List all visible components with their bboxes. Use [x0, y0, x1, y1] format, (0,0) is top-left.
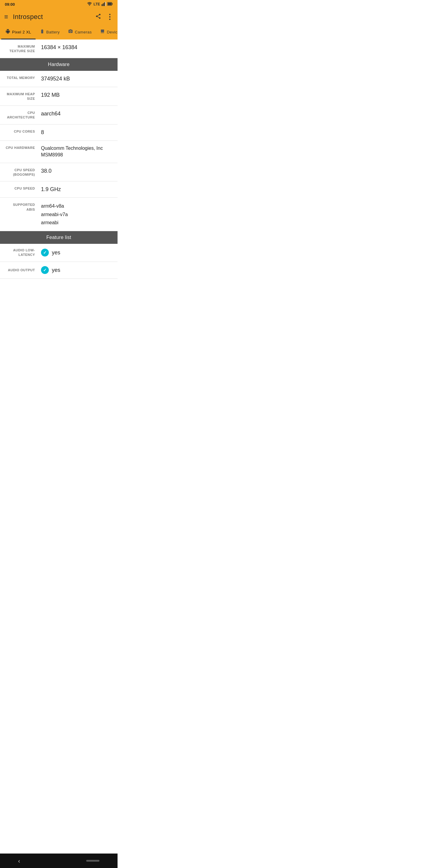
value-cpu-hardware: Qualcomm Technologies, Inc MSM8998 [41, 145, 113, 158]
value-cpu-bogomips: 38.0 [41, 167, 113, 175]
value-cpu-arch: aarch64 [41, 110, 113, 118]
value-cpu-speed: 1.9 GHz [41, 186, 113, 193]
row-max-heap: MAXIMUM HEAP SIZE 192 MB [0, 87, 118, 106]
svg-rect-1 [101, 4, 102, 6]
row-audio-output: AUDIO OUTPUT yes [0, 262, 118, 279]
row-cpu-speed: CPU SPEED 1.9 GHz [0, 181, 118, 198]
tab-cameras[interactable]: Cameras [64, 25, 96, 39]
label-cpu-arch: CPU ARCHITECTURE [5, 110, 41, 120]
svg-rect-3 [104, 2, 105, 6]
label-total-memory: TOTAL MEMORY [5, 75, 41, 80]
wifi-icon [87, 2, 92, 7]
row-cpu-cores: CPU CORES 8 [0, 124, 118, 141]
tab-device[interactable]: Device [96, 25, 118, 39]
value-max-heap: 192 MB [41, 91, 113, 99]
text-audio-output: yes [52, 267, 60, 273]
status-icons: LTE [87, 2, 113, 7]
content-area: MAXIMUM TEXTURE SIZE 16384 × 16384 Hardw… [0, 39, 118, 297]
label-max-heap: MAXIMUM HEAP SIZE [5, 91, 41, 101]
check-audio-output [41, 266, 49, 274]
svg-rect-7 [108, 3, 112, 5]
section-hardware: Hardware [0, 58, 118, 71]
label-cpu-bogomips: CPU SPEED (BOGOMIPS) [5, 167, 41, 177]
battery-tab-icon [40, 29, 44, 35]
value-supported-abis: arm64-v8aarmeabi-v7aarmeabi [41, 202, 113, 227]
label-audio-output: AUDIO OUTPUT [5, 268, 41, 273]
check-audio-low-latency [41, 249, 49, 256]
value-cpu-cores: 8 [41, 129, 113, 136]
android-icon [5, 29, 10, 35]
row-cpu-hardware: CPU HARDWARE Qualcomm Technologies, Inc … [0, 141, 118, 163]
camera-tab-icon [68, 29, 73, 35]
status-bar: 09:00 LTE [0, 0, 118, 8]
svg-rect-2 [103, 3, 104, 6]
tab-cameras-label: Cameras [75, 30, 92, 34]
label-max-texture-size: MAXIMUM TEXTURE SIZE [5, 44, 41, 54]
svg-rect-4 [105, 2, 106, 6]
device-tab-icon [100, 29, 105, 35]
tab-device-label: Device [107, 30, 118, 34]
text-audio-low-latency: yes [52, 250, 60, 256]
label-cpu-speed: CPU SPEED [5, 186, 41, 191]
more-icon[interactable]: ⋮ [106, 13, 113, 21]
battery-icon [107, 2, 113, 7]
menu-icon[interactable]: ≡ [4, 13, 8, 20]
row-cpu-arch: CPU ARCHITECTURE aarch64 [0, 106, 118, 124]
app-title: Introspect [13, 13, 95, 21]
tab-battery-label: Battery [46, 30, 60, 34]
tab-battery[interactable]: Battery [36, 25, 64, 39]
value-max-texture-size: 16384 × 16384 [41, 44, 113, 51]
lte-label: LTE [93, 2, 100, 6]
row-max-texture-size: MAXIMUM TEXTURE SIZE 16384 × 16384 [0, 39, 118, 58]
row-supported-abis: SUPPORTED ABIS arm64-v8aarmeabi-v7aarmea… [0, 198, 118, 231]
value-total-memory: 3749524 kB [41, 75, 113, 83]
toolbar-actions: ⋮ [95, 13, 113, 21]
tabs-bar: Pixel 2 XL Battery Cameras Device [0, 25, 118, 39]
status-time: 09:00 [5, 2, 15, 7]
share-icon[interactable] [95, 13, 101, 21]
svg-rect-6 [112, 3, 113, 4]
tab-pixel2xl-label: Pixel 2 XL [12, 30, 31, 34]
label-cpu-hardware: CPU HARDWARE [5, 145, 41, 150]
toolbar: ≡ Introspect ⋮ [0, 8, 118, 25]
signal-icon [101, 2, 106, 7]
row-audio-low-latency: AUDIO LOW-LATENCY yes [0, 244, 118, 262]
label-audio-low-latency: AUDIO LOW-LATENCY [5, 248, 41, 257]
label-cpu-cores: CPU CORES [5, 129, 41, 134]
row-cpu-bogomips: CPU SPEED (BOGOMIPS) 38.0 [0, 163, 118, 182]
row-total-memory: TOTAL MEMORY 3749524 kB [0, 71, 118, 87]
value-audio-output: yes [41, 266, 113, 274]
section-feature-list: Feature list [0, 231, 118, 244]
label-supported-abis: SUPPORTED ABIS [5, 202, 41, 212]
tab-pixel2xl[interactable]: Pixel 2 XL [1, 25, 36, 39]
value-audio-low-latency: yes [41, 249, 113, 256]
svg-point-0 [89, 5, 90, 6]
